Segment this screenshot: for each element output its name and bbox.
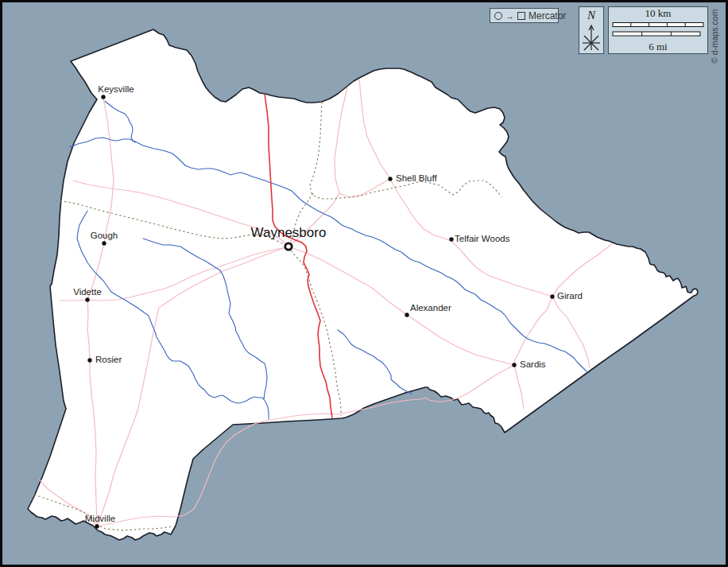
projection-arrow-icon: →: [505, 13, 514, 19]
north-label: N: [587, 9, 595, 21]
city-label-waynesboro: Waynesboro: [251, 226, 327, 240]
city-label-vidette: Vidette: [73, 287, 102, 297]
scale-mi-label: 6 mi: [649, 41, 667, 52]
city-label-sardis: Sardis: [520, 359, 546, 370]
copyright-credit: © d-maps.com: [710, 6, 719, 64]
city-label-keysville: Keysville: [98, 84, 134, 95]
map-square-icon: [517, 12, 525, 20]
scale-panel: 10 km 6 mi: [608, 6, 708, 54]
compass-panel: N: [579, 6, 604, 54]
city-label-girard: Girard: [557, 291, 583, 301]
globe-circle-icon: [494, 12, 502, 20]
city-marker-vidette: [85, 297, 89, 301]
city-marker-gough: [102, 241, 106, 245]
city-marker-sardis: [512, 363, 516, 367]
city-label-rosier: Rosier: [95, 355, 122, 365]
city-marker-shell-bluff: [388, 177, 392, 181]
city-label-alexander: Alexander: [410, 303, 451, 313]
projection-panel: → Mercator: [490, 8, 559, 23]
city-marker-keysville: [101, 95, 105, 99]
scale-bars: [608, 21, 708, 39]
city-marker-rosier: [87, 358, 91, 362]
city-marker-midville: [95, 524, 99, 528]
city-label-midville: Midville: [85, 514, 115, 524]
city-marker-girard: [550, 294, 554, 298]
city-marker-alexander: [405, 313, 409, 317]
city-marker-waynesboro: [285, 243, 292, 250]
city-label-telfair-woods: Telfair Woods: [455, 234, 509, 244]
scale-km-label: 10 km: [645, 8, 672, 19]
city-marker-telfair-woods: [449, 237, 453, 241]
city-label-shell-bluff: Shell Bluff: [396, 173, 437, 184]
city-label-gough: Gough: [91, 231, 118, 241]
map-stage: Keysville Shell Bluff Waynesboro Telfair…: [0, 0, 728, 567]
projection-label: Mercator: [529, 10, 566, 21]
compass-rose-icon: [579, 21, 604, 53]
